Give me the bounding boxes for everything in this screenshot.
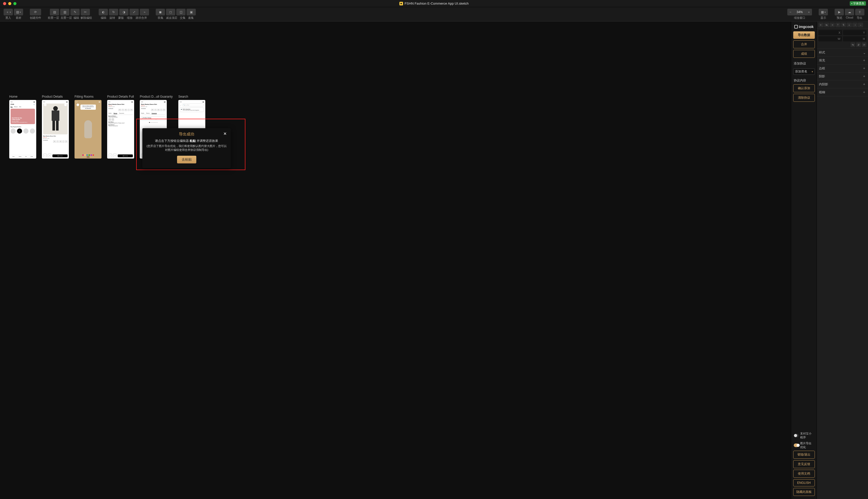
back-icon: ← — [76, 104, 79, 106]
zoom-in-button[interactable]: ＋ — [806, 9, 812, 15]
window-maximize[interactable] — [13, 2, 16, 5]
artboard-title: Fitting Rooms — [74, 95, 101, 98]
product-discount: RM 140 15% OFF — [108, 106, 133, 107]
scale-button[interactable]: ⤢ — [130, 9, 139, 15]
border-section[interactable]: 边框 ＋ — [817, 64, 868, 72]
font-missing-badge[interactable]: • 字体丢失 — [850, 1, 866, 5]
add-border-icon[interactable]: ＋ — [863, 66, 866, 71]
artboard-product-details-full[interactable]: Product Details Full 9:41▮▮▮ Black Mamba… — [107, 95, 134, 159]
show-button[interactable]: ▦ — [819, 9, 828, 15]
clear-protocol-button[interactable]: 清除协议 — [793, 94, 815, 102]
english-button[interactable]: ENGLISH — [793, 479, 815, 486]
modal-paste-button[interactable]: 去粘贴 — [177, 156, 196, 163]
docs-button[interactable]: 使用文档 — [793, 470, 815, 478]
plugin-logo-text: imgcook — [799, 25, 814, 29]
shadow-section[interactable]: 阴影 ＋ — [817, 72, 868, 81]
add-blur-icon[interactable]: ＋ — [863, 90, 866, 95]
add-type-select[interactable]: 添加类名 — [793, 68, 815, 75]
feedback-button[interactable]: 意见反馈 — [793, 460, 815, 468]
imageopt-toggle[interactable] — [794, 443, 799, 447]
preview-button[interactable]: ▶ — [835, 9, 844, 15]
artboard-title: Product Details Full — [107, 95, 134, 98]
group-button[interactable]: 成组 — [793, 50, 815, 58]
insert-button[interactable]: ＋ — [3, 9, 13, 15]
add-shadow-icon[interactable]: ＋ — [863, 74, 866, 78]
modal-line2: (您开启了图片导出优化，我们将使用默认图代替大图片，您可以对图片编组使用合并协议… — [146, 144, 227, 152]
flip-v-icon[interactable]: ⇵ — [856, 42, 861, 47]
send-backward-button[interactable]: ▥ — [60, 9, 69, 15]
fill-section[interactable]: 填充 ＋ — [817, 57, 868, 64]
tab-guarantee: Guarantee — [119, 112, 124, 114]
artboard-fitting-rooms[interactable]: Fitting Rooms 9:41▮▮▮ ← Please your body… — [74, 95, 101, 159]
align-right-icon[interactable]: ⇥ — [830, 23, 835, 27]
imageopt-toggle-row[interactable]: 图片导出优化 — [793, 441, 815, 449]
align-bottom-icon[interactable]: ⤓ — [847, 23, 852, 27]
confirm-add-button[interactable]: 确认添加 — [793, 84, 815, 92]
artboard-product-details[interactable]: Product Details 9:41▮▮▮ ← — [42, 95, 69, 159]
mask-button[interactable]: ◑ — [119, 9, 129, 15]
artboard-home[interactable]: Home 9:41▮▮▮ FSHN🛒 Man Woman Kids Get 25… — [9, 95, 36, 159]
export-button[interactable]: ⇪ — [855, 9, 865, 15]
canvas[interactable]: Home 9:41▮▮▮ FSHN🛒 Man Woman Kids Get 25… — [0, 22, 791, 499]
login-logout-button[interactable]: 登陆/退出 — [793, 451, 815, 459]
path-merge-button[interactable]: ⌁ — [140, 9, 149, 15]
difference-label: 差集 — [188, 16, 194, 20]
x-field[interactable]: X — [818, 30, 842, 35]
share-icon: ⇪ — [113, 154, 117, 157]
intersect-button[interactable]: ◫ — [176, 9, 185, 15]
share-icon: ⇪ — [48, 154, 51, 157]
tab-review: Review — [113, 112, 117, 114]
size-xs: XS — [151, 109, 154, 111]
hero-sub: Beeing update with the latest product fr… — [12, 122, 34, 123]
union-button[interactable]: ◼ — [156, 9, 165, 15]
preview-label: 预览 — [837, 16, 842, 20]
create-component-button[interactable]: ⟳ — [30, 9, 41, 15]
protocol-content-label: 协议内容 — [793, 78, 815, 83]
y-field[interactable]: Y — [843, 30, 867, 35]
w-field[interactable]: W — [818, 36, 842, 41]
blur-section[interactable]: 模糊 ＋ — [817, 88, 868, 96]
toolbar-arrange-group: ▤ ▥ ✎ ✂ 前置一层 后置一层 编辑 解除编组 — [48, 9, 92, 20]
editmask-button[interactable]: ◐ — [99, 9, 108, 15]
align-left-icon[interactable]: ⇤ — [818, 23, 823, 27]
difference-button[interactable]: ▣ — [186, 9, 196, 15]
alipay-toggle[interactable] — [794, 434, 799, 437]
rotate-icon[interactable]: ⟳ — [862, 42, 867, 47]
distribute-v-icon[interactable]: ⫠ — [858, 23, 863, 27]
rotate-button[interactable]: ↻ — [109, 9, 118, 15]
svg-point-0 — [53, 106, 58, 111]
flip-h-icon[interactable]: ⇋ — [851, 42, 855, 47]
size-label: Size Available — [43, 140, 48, 143]
zoom-value[interactable]: 34% — [795, 10, 805, 14]
add-fill-icon[interactable]: ＋ — [863, 58, 866, 63]
align-top-icon[interactable]: ⤒ — [835, 23, 841, 27]
zoom-out-button[interactable]: − — [787, 9, 794, 15]
h-field[interactable]: H — [843, 36, 867, 41]
distribute-h-icon[interactable]: ⫞ — [852, 23, 857, 27]
tab-man: Man — [11, 106, 13, 108]
cart-icon: 🛒 — [33, 104, 35, 105]
styles-section[interactable]: 样式 ⌄ — [817, 49, 868, 57]
bring-forward-button[interactable]: ▤ — [50, 9, 59, 15]
add-inner-shadow-icon[interactable]: ＋ — [863, 82, 866, 87]
assets-button[interactable]: ▧ — [14, 9, 23, 15]
window-minimize[interactable] — [8, 2, 11, 5]
modal-title: 导出成功 — [179, 132, 194, 136]
merge-button[interactable]: 合并 — [793, 40, 815, 48]
search-card-text: You can also search item you want using … — [183, 110, 199, 111]
modal-close-button[interactable]: ✕ — [222, 131, 227, 136]
align-hcenter-icon[interactable]: ⇆ — [824, 23, 829, 27]
export-data-button[interactable]: 导出数据 — [793, 31, 815, 39]
x-label: X — [839, 31, 840, 34]
union-label: 联集 — [158, 16, 163, 20]
alipay-toggle-row[interactable]: 支付宝小程序 — [793, 432, 815, 439]
window-close[interactable] — [3, 2, 6, 5]
cloud-button[interactable]: ☁ — [845, 9, 854, 15]
inner-shadow-section[interactable]: 内阴影 ＋ — [817, 81, 868, 88]
hide-panel-button[interactable]: 隐藏此面板 — [793, 488, 815, 496]
chevron-down-icon[interactable]: ⌄ — [863, 51, 866, 55]
subtract-button[interactable]: ◻ — [166, 9, 175, 15]
ungroup-button[interactable]: ✂ — [81, 9, 90, 15]
align-vcenter-icon[interactable]: ⇅ — [841, 23, 846, 27]
edit-button[interactable]: ✎ — [70, 9, 80, 15]
